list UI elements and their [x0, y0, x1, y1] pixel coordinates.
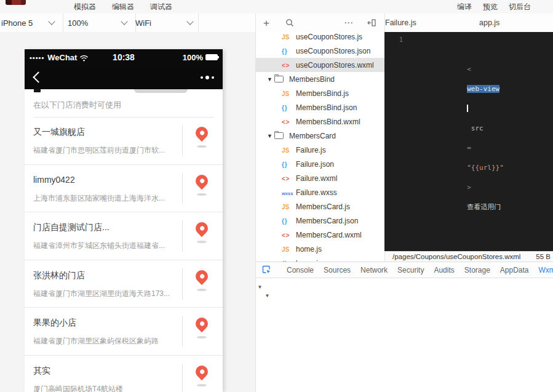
menubar-left: 模拟器 编辑器 调试器: [0, 2, 172, 12]
location-pin-button[interactable]: [189, 364, 216, 392]
menu-item[interactable]: 编译: [457, 2, 472, 12]
store-list-item[interactable]: 张洪林的门店 福建省厦门市湖里区湖里街道海天路173...: [25, 260, 223, 308]
file-tree-item[interactable]: useCouponStores.js: [256, 32, 385, 44]
debugger-tab[interactable]: Storage: [464, 266, 490, 274]
location-pin-icon: [193, 172, 210, 189]
location-pin-button[interactable]: [189, 268, 216, 297]
file-type-icon: [282, 217, 295, 225]
file-tree-item[interactable]: Failure.json: [256, 157, 385, 171]
file-tree-item[interactable]: MembersCard.js: [256, 199, 385, 214]
dom-tree-line[interactable]: =0" style = "width: 320px; height: 504px…: [258, 300, 553, 308]
folder-expand-arrow-icon[interactable]: [267, 133, 274, 139]
file-tree-item[interactable]: Failure.wxml: [256, 171, 385, 185]
search-button search-icon[interactable]: [285, 18, 294, 27]
store-list-item[interactable]: 又一城旗舰店 福建省厦门市思明区莲前街道厦门市软...: [25, 117, 223, 165]
file-tree-item[interactable]: home.js: [256, 242, 385, 256]
inspect-element-button inspect-icon[interactable]: [262, 265, 271, 274]
file-tree-item[interactable]: MembersBind: [256, 72, 385, 86]
file-tree-item[interactable]: MembersBind.js: [256, 86, 385, 100]
debugger-panel: Console Sources Network Security Audits …: [255, 262, 553, 392]
pin-shadow: [197, 336, 207, 338]
code-token: =: [467, 144, 471, 152]
toast-bottom-edge: [134, 89, 188, 93]
file-tree-item[interactable]: MembersCard.json: [256, 214, 385, 228]
menu-item[interactable]: 预览: [483, 2, 498, 12]
editor-tab[interactable]: Failure.js: [385, 14, 416, 32]
back-button chevron-left-icon[interactable]: [33, 71, 44, 82]
location-pin-button[interactable]: [189, 316, 216, 344]
debugger-tab[interactable]: AppData: [500, 266, 529, 274]
file-type-icon: [282, 47, 295, 55]
file-tree-item[interactable]: useCouponStores.json: [256, 44, 385, 58]
file-tree-item[interactable]: MembersBind.wxml: [256, 114, 385, 129]
divider: [182, 173, 183, 204]
location-pin-icon: [193, 124, 210, 142]
collapse-panel-button collapse-icon[interactable]: [367, 18, 376, 27]
file-tree: useCouponStores.js useCouponStores.json …: [256, 32, 385, 262]
file-tree-item[interactable]: Failure.js: [256, 143, 385, 157]
location-pin-button[interactable]: [189, 125, 216, 153]
file-type-icon: [282, 202, 295, 211]
device-dropdown[interactable]: iPhone 5: [0, 14, 63, 32]
wechat-devtools-window: 模拟器 编辑器 调试器 编译 预览 切后台 iPhone 5 100%: [0, 0, 553, 392]
file-type-icon: [282, 188, 295, 197]
add-file-button plus-icon[interactable]: +: [263, 18, 269, 28]
file-tree-item[interactable]: MembersBind.json: [256, 100, 385, 114]
menu-item[interactable]: 切后台: [509, 2, 531, 12]
dom-tree-line[interactable]: </page>: [258, 326, 553, 334]
pin-shadow: [197, 193, 207, 196]
divider: [182, 268, 183, 300]
debugger-tab[interactable]: Sources: [324, 266, 351, 274]
zoom-dropdown[interactable]: 100%: [62, 14, 136, 32]
editor-tab[interactable]: app.js: [479, 14, 499, 32]
location-pin-button[interactable]: [189, 173, 216, 201]
store-list-item[interactable]: 果果的小店 福建省厦门市湖里区象屿保税区象屿路: [25, 308, 223, 356]
store-address: 福建省厦门市湖里区象屿保税区象屿路: [33, 336, 178, 346]
pin-shadow: [197, 241, 207, 243]
file-type-icon: [282, 61, 295, 70]
dom-tree-line[interactable]: 查看适用门店: [258, 308, 553, 317]
line-number: 1: [384, 35, 409, 222]
store-list-item[interactable]: limmy0422 上海市浦东新区陆家嘴街道上海海洋水...: [25, 165, 223, 213]
file-type-icon: [282, 103, 295, 112]
menu-item[interactable]: 模拟器: [74, 2, 96, 12]
device-dropdown-value: iPhone 5: [1, 18, 33, 28]
store-address: 福建省厦门市湖里区湖里街道海天路173...: [33, 289, 178, 299]
store-address: 厦门高崎国际机场T4航站楼: [33, 384, 178, 392]
file-name: Failure.wxml: [296, 174, 337, 183]
file-explorer-panel: useCouponStores.js useCouponStores.json …: [255, 32, 385, 262]
debugger-tab[interactable]: Console: [287, 266, 314, 274]
file-type-icon: [282, 89, 295, 98]
divider: [182, 125, 183, 156]
network-dropdown[interactable]: WiFi: [129, 14, 199, 32]
battery-icon: [205, 54, 218, 60]
file-tree-item[interactable]: useCouponStores.wxml: [256, 58, 385, 72]
debugger-tab[interactable]: Network: [360, 266, 388, 274]
store-list-item[interactable]: 门店自提测试门店... 福建省漳州市芗城区东铺头街道福建省...: [25, 212, 223, 260]
debugger-tab[interactable]: Security: [397, 266, 424, 274]
location-pin-icon: [193, 267, 210, 284]
wifi-icon: [79, 55, 89, 62]
code-editor[interactable]: 1 < web-view src = "{{url}}" > 查: [384, 32, 553, 251]
dom-tree-line[interactable]: </web-view>: [258, 317, 553, 326]
location-pin-icon: [193, 362, 210, 380]
menu-item[interactable]: 调试器: [150, 2, 172, 12]
file-name: MembersCard.js: [296, 202, 350, 211]
debugger-tab[interactable]: Wxml: [539, 266, 553, 274]
dom-tree-line[interactable]: <page>: [258, 282, 553, 291]
file-tree-item[interactable]: MembersCard: [256, 129, 385, 143]
debugger-tab[interactable]: Audits: [434, 266, 454, 274]
dom-tree-line[interactable]: <web-view src = "https://m-test.laidy.cn…: [258, 291, 553, 300]
store-list-item[interactable]: 其实 厦门高崎国际机场T4航站楼: [25, 356, 223, 392]
battery-percent-label: 100%: [183, 53, 203, 62]
menu-item[interactable]: 编辑器: [112, 2, 134, 12]
folder-expand-arrow-icon[interactable]: [267, 76, 274, 82]
file-tree-item[interactable]: MembersCard.wxml: [256, 228, 385, 242]
editor-tab-bar: app.js Failure.js: [384, 14, 553, 32]
location-pin-button[interactable]: [189, 220, 216, 249]
file-tree-item[interactable]: Failure.wxss: [256, 185, 385, 199]
file-name: MembersCard.json: [296, 217, 358, 225]
file-tree-item[interactable]: home.json: [256, 256, 385, 262]
more-options-button ellipsis-icon[interactable]: ⋯: [344, 17, 354, 28]
menu-dots-button ellipsis-icon[interactable]: [201, 76, 214, 79]
